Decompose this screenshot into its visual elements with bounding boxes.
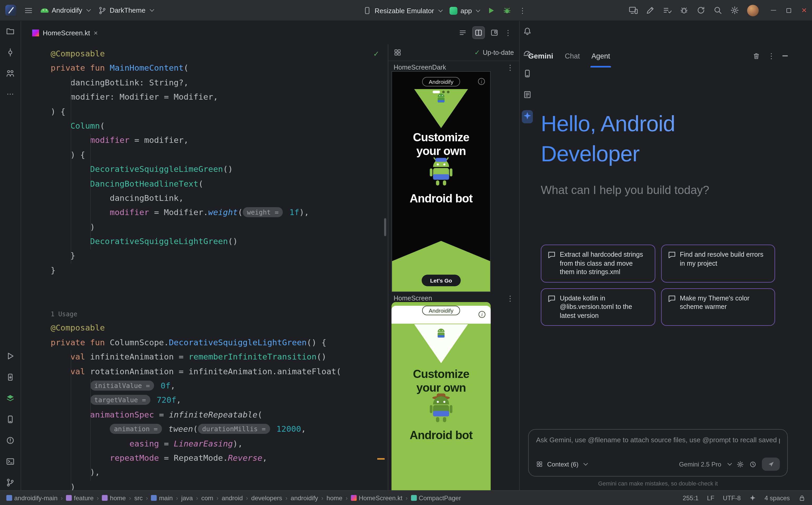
code-line[interactable]: val rotationAnimation = infiniteAnimatio… xyxy=(51,364,388,379)
file-encoding[interactable]: UTF-8 xyxy=(723,494,741,502)
maximize-window-icon[interactable] xyxy=(785,7,793,14)
more-tool-windows-icon[interactable]: ⋯ xyxy=(7,90,14,98)
commit-tool-icon[interactable] xyxy=(6,48,15,57)
history-icon[interactable] xyxy=(749,461,757,468)
editor-options-icon[interactable]: ⋮ xyxy=(504,29,512,36)
notifications-icon[interactable] xyxy=(523,27,532,36)
code-line[interactable]: animationSpec = infiniteRepeatable( xyxy=(51,408,388,423)
preview-homescreen-dark[interactable]: Androidify i Customize your own xyxy=(391,71,491,292)
run-configuration-selector[interactable]: app xyxy=(449,7,480,14)
breadcrumb-item[interactable]: developers xyxy=(251,494,282,502)
breadcrumb-item[interactable]: java xyxy=(181,494,193,502)
search-icon[interactable] xyxy=(713,6,722,15)
run-tool-icon[interactable] xyxy=(6,352,15,361)
preview-options-icon[interactable]: ⋮ xyxy=(506,295,514,302)
context-selector[interactable]: Context (6) xyxy=(547,461,579,468)
design-view-icon[interactable] xyxy=(490,28,498,37)
code-area[interactable]: @Composableprivate fun MainHomeContent( … xyxy=(21,44,388,490)
code-line[interactable]: targetValue = 720f, xyxy=(51,393,388,408)
gemini-prompt-box[interactable]: Ask Gemini, use @filename to attach sour… xyxy=(528,429,788,477)
code-line[interactable]: repeatMode = RepeatMode.Reverse, xyxy=(51,451,388,466)
breadcrumb-item[interactable]: com xyxy=(201,494,213,502)
breadcrumb-item[interactable]: main xyxy=(151,494,173,502)
inspection-ok-icon[interactable]: ✓ xyxy=(373,49,379,58)
debug-button[interactable] xyxy=(503,6,511,15)
code-line[interactable]: ) xyxy=(51,480,388,490)
problems-icon[interactable] xyxy=(6,436,15,445)
indent-setting[interactable]: 4 spaces xyxy=(765,494,790,502)
project-tool-icon[interactable] xyxy=(6,27,15,36)
tab-homescreen-kt[interactable]: HomeScreen.kt × xyxy=(26,21,103,44)
code-line[interactable]: private fun MainHomeContent( xyxy=(51,61,388,76)
breadcrumb-item[interactable]: androidify xyxy=(291,494,318,502)
breadcrumb-item[interactable]: home xyxy=(102,494,126,502)
suggestion-card[interactable]: Extract all hardcoded strings from this … xyxy=(541,244,655,282)
device-explorer-icon[interactable] xyxy=(6,373,15,382)
code-line[interactable]: initialValue = 0f, xyxy=(51,379,388,393)
logcat-icon[interactable] xyxy=(523,90,532,99)
trash-icon[interactable] xyxy=(752,52,760,60)
breadcrumb-item[interactable]: CompactPager xyxy=(411,494,461,502)
code-line[interactable]: ), xyxy=(51,466,388,480)
lock-icon[interactable] xyxy=(798,494,806,502)
code-line[interactable]: DecorativeSquiggleLimeGreen() xyxy=(51,162,388,177)
code-line[interactable]: @Composable xyxy=(51,47,388,61)
code-line[interactable]: dancingBotLink: String?, xyxy=(51,76,388,91)
breadcrumb-item[interactable]: feature xyxy=(66,494,94,502)
breadcrumb-item[interactable]: android xyxy=(222,494,243,502)
code-line[interactable]: 1 Usage xyxy=(51,307,388,321)
user-avatar[interactable] xyxy=(747,4,759,16)
breadcrumb-item[interactable]: HomeScreen.kt xyxy=(351,494,402,502)
hide-panel-icon[interactable] xyxy=(783,56,788,56)
code-line[interactable]: } xyxy=(51,249,388,264)
breadcrumb-item[interactable]: src xyxy=(134,494,143,502)
code-line[interactable]: dancingBotLink, xyxy=(51,191,388,206)
version-control-icon[interactable] xyxy=(6,478,15,487)
profiler-icon[interactable] xyxy=(523,48,532,57)
code-view-icon[interactable] xyxy=(459,28,467,37)
suggestion-card[interactable]: Find and resolve build errors in my proj… xyxy=(661,244,775,282)
structure-tool-icon[interactable] xyxy=(6,69,15,78)
gemini-tool-button[interactable] xyxy=(522,110,533,123)
code-line[interactable]: } xyxy=(51,264,388,278)
code-editor[interactable]: @Composableprivate fun MainHomeContent( … xyxy=(21,44,388,490)
more-actions-icon[interactable]: ⋮ xyxy=(519,7,526,14)
model-selector[interactable]: Gemini 2.5 Pro xyxy=(679,461,721,468)
code-line[interactable]: ) { xyxy=(51,148,388,162)
caret-position[interactable]: 255:1 xyxy=(683,494,699,502)
prompt-input[interactable]: Ask Gemini, use @filename to attach sour… xyxy=(536,436,780,444)
code-line[interactable]: DancingBotHeadlineText( xyxy=(51,177,388,191)
device-manager-icon[interactable] xyxy=(523,69,532,78)
breadcrumb-item[interactable]: androidify-main xyxy=(6,494,57,502)
vcs-branch-widget[interactable]: DarkTheme xyxy=(98,6,153,14)
code-line[interactable]: modifier: Modifier = Modifier, xyxy=(51,90,388,105)
preview-options-icon[interactable]: ⋮ xyxy=(506,64,514,71)
code-line[interactable]: val infiniteAnimation = rememberInfinite… xyxy=(51,350,388,364)
running-devices-icon[interactable] xyxy=(6,415,15,424)
device-streaming-icon[interactable] xyxy=(629,6,638,15)
terminal-icon[interactable] xyxy=(6,457,15,466)
code-line[interactable]: modifier = Modifier.weight(weight = 1f), xyxy=(51,206,388,220)
editor-scrollbar[interactable] xyxy=(384,218,386,236)
main-menu-icon[interactable] xyxy=(24,6,33,14)
code-line[interactable] xyxy=(51,278,388,293)
code-line[interactable]: private fun ColumnScope.DecorativeSquigg… xyxy=(51,336,388,350)
project-widget[interactable]: Androidify xyxy=(41,6,90,14)
preview-layout-icon[interactable] xyxy=(393,48,401,56)
spark-icon[interactable] xyxy=(749,494,756,501)
settings-icon[interactable] xyxy=(730,6,739,15)
code-line[interactable]: Column( xyxy=(51,119,388,134)
sync-project-icon[interactable] xyxy=(696,6,705,15)
app-insights-icon[interactable] xyxy=(6,394,15,403)
tab-agent[interactable]: Agent xyxy=(591,44,610,67)
code-line[interactable] xyxy=(51,292,388,307)
code-line[interactable]: animation = tween(durationMillis = 12000… xyxy=(51,422,388,437)
suggestion-card[interactable]: Update kotlin in @libs.version.toml to t… xyxy=(541,288,655,326)
close-tab-icon[interactable]: × xyxy=(94,29,98,36)
split-view-icon[interactable] xyxy=(473,27,484,38)
bug-report-icon[interactable] xyxy=(680,6,689,15)
preview-homescreen-light[interactable]: Androidify i Customize your own xyxy=(391,302,491,490)
gemini-options-icon[interactable]: ⋮ xyxy=(768,52,775,59)
code-line[interactable]: ) { xyxy=(51,105,388,119)
run-button[interactable] xyxy=(487,6,496,15)
